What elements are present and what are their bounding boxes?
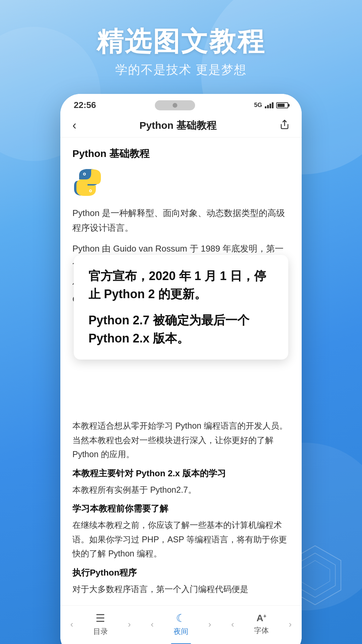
svg-point-5 [84,173,85,175]
nav-title: Python 基础教程 [139,119,217,132]
lower-paragraph3: 在继续本教程之前，你应该了解一些基本的计算机编程术语。如果你学习过 PHP，AS… [72,518,290,561]
article-paragraph1: Python 是一种解释型、面向对象、动态数据类型的高级程序设计语言。 [72,206,290,235]
highlight-line1: 官方宣布，2020 年 1 月 1 日，停止 Python 2 的更新。 [88,267,274,303]
bar2 [267,105,269,108]
phone-container: 官方宣布，2020 年 1 月 1 日，停止 Python 2 的更新。 Pyt… [60,94,302,644]
5g-indicator: 5G [254,102,262,109]
signal-bars [265,102,274,108]
status-icons: 5G [254,102,288,109]
bottom-toolbar: ‹ ☰ 目录 › ‹ ☾ 夜间 › ‹ A+ [60,605,302,644]
share-button[interactable] [280,119,290,132]
mid-arrow3[interactable]: › [208,619,212,630]
article-main-title: Python 基础教程 [72,147,290,161]
phone-bottom: ‹ ☰ 目录 › ‹ ☾ 夜间 › ‹ A+ [60,605,302,644]
highlight-line2: Python 2.7 被确定为最后一个 Python 2.x 版本。 [88,311,274,347]
toolbar-contents[interactable]: ☰ 目录 [93,612,108,637]
font-label: 字体 [254,626,269,636]
phone-mockup: 22:56 5G ‹ Python 基础教程 [60,94,302,644]
next-arrow[interactable]: › [289,619,292,630]
sub-title: 学的不是技术 更是梦想 [0,62,362,78]
nav-bar: ‹ Python 基础教程 [60,114,302,138]
header-section: 精选图文教程 学的不是技术 更是梦想 [0,27,362,78]
status-time: 22:56 [74,100,96,110]
bar4 [272,102,274,108]
lower-paragraph4: 对于大多数程序语言，第一个入门编程代码便是 [72,582,290,596]
python-logo [72,167,290,199]
battery-fill [278,104,285,107]
notch-camera [173,103,177,108]
prev-arrow[interactable]: ‹ [70,619,73,630]
back-button[interactable]: ‹ [72,118,76,132]
status-notch [155,100,195,110]
main-title: 精选图文教程 [0,27,362,56]
battery-icon [276,102,288,108]
toolbar-font[interactable]: A+ 字体 [254,613,269,636]
lower-paragraph1: 本教程适合想从零开始学习 Python 编程语言的开发人员。当然本教程也会对一些… [72,419,290,462]
lower-bold3: 执行Python程序 [72,567,290,579]
night-label: 夜间 [174,627,188,637]
bar3 [269,104,271,108]
lower-bold1: 本教程主要针对 Python 2.x 版本的学习 [72,468,290,479]
svg-marker-2 [300,560,330,590]
bar1 [265,106,266,108]
status-bar: 22:56 5G [60,94,302,114]
toolbar-nightmode[interactable]: ☾ 夜间 [174,612,188,637]
font-icon: A+ [256,613,266,624]
night-icon: ☾ [176,612,186,625]
svg-point-7 [90,190,91,192]
lower-paragraph2: 本教程所有实例基于 Python2.7。 [72,483,290,497]
mid-arrow4[interactable]: ‹ [231,619,234,630]
article-lower: 本教程适合想从零开始学习 Python 编程语言的开发人员。当然本教程也会对一些… [60,409,302,605]
highlight-box: 官方宣布，2020 年 1 月 1 日，停止 Python 2 的更新。 Pyt… [74,255,288,360]
mid-arrow2[interactable]: ‹ [151,619,154,630]
contents-icon: ☰ [96,612,105,625]
mid-arrow1[interactable]: › [128,619,131,630]
contents-label: 目录 [93,627,108,637]
lower-bold2: 学习本教程前你需要了解 [72,503,290,515]
